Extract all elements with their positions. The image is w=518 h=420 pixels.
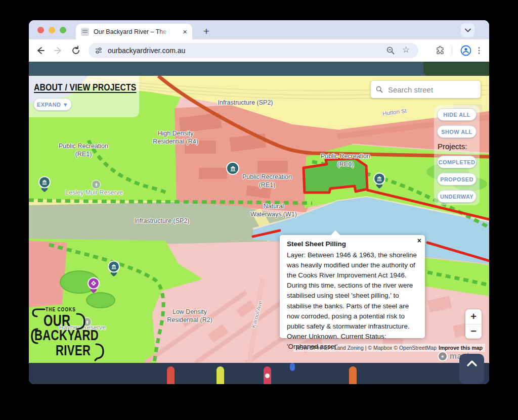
bank-icon [373,172,385,184]
poi-pin-teal-2[interactable] [107,260,120,277]
zone-label-natural-waterways: Natural Waterways (W1) [250,203,297,218]
street-search [371,81,481,98]
zone-label-low-density: Low Density Residential (R2) [167,308,212,324]
bank-icon [230,165,236,172]
background-photo-trees [423,62,489,77]
traffic-light-minimize[interactable] [49,27,55,33]
reload-button[interactable] [70,45,81,56]
zone-label-high-density: High Density Residential (R4) [153,130,198,146]
mapbox-logo-icon: ✶ [438,351,448,361]
back-arrow-icon [35,45,46,56]
site-logo: THE COOKS OUR BACKYARD RIVER [30,306,118,362]
zoom-out-button[interactable]: − [465,324,482,339]
popup-close-icon[interactable]: × [417,237,421,245]
zone-label-public-recreation-center: Public Recreation (RE1) [242,173,292,189]
search-input[interactable] [387,85,476,95]
poi-pin-teal-1[interactable] [38,175,51,193]
forward-arrow-icon [53,45,63,56]
popup-anchor-tip [330,230,340,236]
kayak-blue [290,363,295,371]
underway-filter-button[interactable]: UNDERWAY [437,190,477,203]
zoom-out-page-icon[interactable] [386,46,395,55]
tab-close-icon[interactable]: × [183,28,187,35]
browser-window: Our Backyard River – The Coo × + [29,20,489,384]
kayak-pink [264,366,271,384]
tab-favicon [81,28,89,36]
completed-filter-button[interactable]: COMPLETED [437,156,477,168]
kayak-red [167,366,175,384]
toolbar-divider [452,45,452,56]
address-bar[interactable]: ourbackyardriver.com.au ☆ [89,43,418,58]
reload-icon [71,45,81,56]
poi-pin-purple[interactable] [87,276,100,294]
expand-button[interactable]: EXPAND ▼ [33,98,72,111]
chevron-up-icon [466,360,478,367]
scroll-to-top-button[interactable] [459,354,484,384]
search-icon [376,85,383,94]
logo-line-backyard: BACKYARD [34,327,99,344]
popup-body: Layer: Between 1946 & 1963, the shorelin… [287,250,418,352]
map-zoom-control: + − [465,309,482,339]
tab-bar: Our Backyard River – The Coo × + [29,20,489,39]
url-text: ourbackyardriver.com.au [108,46,185,55]
screenshot-stage: Our Backyard River – The Coo × + [0,0,518,420]
popup-title: Steel Sheet Pilling [287,240,418,248]
flower-icon [88,277,100,289]
profile-button[interactable] [460,45,471,56]
zoom-in-button[interactable]: + [465,309,482,324]
proposed-filter-button[interactable]: PROPOSED [437,173,477,185]
zone-label-public-recreation-right: Public Recreation (RE1) [321,153,370,168]
about-panel: ABOUT / VIEW PROJECTS EXPAND ▼ [29,76,139,117]
bank-icon [108,260,120,272]
improve-map-link[interactable]: Improve this map [439,345,483,351]
background-photo-kayaks [29,363,489,384]
zone-label-public-recreation-left: Public Recreation (RE1) [59,143,108,158]
bookmark-star-icon[interactable]: ☆ [402,44,411,54]
browser-menu-button[interactable]: ⋮ [475,44,483,57]
tab-search-button[interactable] [461,23,474,37]
profile-avatar-icon [460,45,471,56]
park-icon [92,180,101,189]
zone-label-infrastructure-top: Infrastructure (SP2) [218,99,273,107]
logo-line-river: RIVER [56,342,91,359]
zoning-map[interactable]: Infrastructure (SP2) High Density Reside… [29,76,489,363]
hide-all-button[interactable]: HIDE ALL [437,108,477,121]
page-content: Infrastructure (SP2) High Density Reside… [29,62,489,384]
chevron-down-icon [465,28,471,32]
about-view-projects-link[interactable]: ABOUT / VIEW PROJECTS [34,82,136,93]
back-button[interactable] [35,45,46,56]
layers-panel: HIDE ALL SHOW ALL Projects: COMPLETED PR… [434,105,480,205]
browser-toolbar: ourbackyardriver.com.au ☆ [29,39,489,62]
traffic-light-close[interactable] [37,27,44,33]
extensions-button[interactable] [435,45,446,56]
forward-button[interactable] [53,45,64,56]
puzzle-icon [435,45,445,56]
traffic-light-zoom[interactable] [60,27,66,33]
park-label-lesley-muir: Lesley Muir Reserve [65,189,123,197]
site-settings-icon[interactable] [95,46,103,55]
new-tab-button[interactable]: + [199,24,214,39]
zone-label-infrastructure-mid: Infrastructure (SP2) [134,217,189,225]
show-all-button[interactable]: SHOW ALL [437,125,477,138]
projects-label: Projects: [438,142,467,151]
kayak-yellow [217,366,224,384]
museum-marker[interactable] [226,162,239,175]
poi-pin-teal-3[interactable] [373,172,386,189]
feature-popup: × Steel Sheet Pilling Layer: Between 194… [280,235,425,338]
tab-our-backyard-river[interactable]: Our Backyard River – The Coo × [76,24,192,39]
tab-title: Our Backyard River – The Coo [94,27,170,36]
kayak-orange [349,366,357,384]
bank-icon [38,176,51,188]
